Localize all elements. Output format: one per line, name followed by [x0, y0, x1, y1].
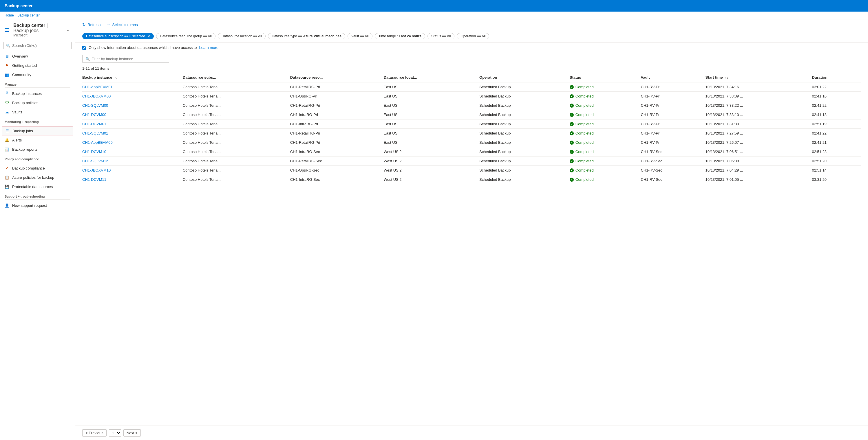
cell-status-4: Completed [570, 120, 641, 129]
previous-page-button[interactable]: < Previous [82, 429, 106, 437]
sidebar-item-azure-policies[interactable]: 📋 Azure policies for backup [0, 173, 75, 182]
table-row[interactable]: CH1-SQLVM01 Contoso Hotels Tena... CH1-R… [82, 129, 861, 138]
sidebar: Backup center | Backup jobs Microsoft « … [0, 20, 75, 440]
sidebar-item-backup-compliance[interactable]: ✔ Backup compliance [0, 164, 75, 173]
col-header-status[interactable]: Status [570, 73, 641, 82]
bell-icon: 🔔 [5, 138, 9, 142]
cell-start-time-2: 10/13/2021, 7:33:22 ... [706, 101, 812, 110]
cell-datasource-reso-3: CH1-InfraRG-Pri [290, 110, 384, 120]
filter-chip-operation[interactable]: Operation == All [457, 33, 489, 39]
search-box[interactable]: 🔍 [3, 42, 71, 49]
breadcrumb: Home › Backup center [0, 11, 868, 20]
cell-datasource-locat-8: West US 2 [384, 157, 479, 166]
cell-vault-4: CH1-RV-Pri [641, 120, 705, 129]
refresh-button[interactable]: ↻ Refresh [82, 22, 101, 27]
cell-backup-instance-1: CH1-JBOXVM00 [82, 92, 183, 101]
access-checkbox-row: Only show information about datasources … [75, 42, 868, 53]
sidebar-item-protectable-datasources[interactable]: 💾 Protectable datasources [0, 182, 75, 191]
cell-datasource-reso-9: CH1-OpsRG-Sec [290, 166, 384, 175]
cell-datasource-locat-10: West US 2 [384, 175, 479, 184]
table-header-row: Backup instance ↑↓ Datasource subs... Da… [82, 73, 861, 82]
cell-vault-9: CH1-RV-Sec [641, 166, 705, 175]
collapse-button[interactable]: « [66, 27, 70, 34]
table-row[interactable]: CH1-DCVM00 Contoso Hotels Tena... CH1-In… [82, 110, 861, 120]
cell-start-time-6: 10/13/2021, 7:26:07 ... [706, 138, 812, 147]
breadcrumb-home[interactable]: Home [5, 13, 14, 18]
cell-backup-instance-10: CH1-DCVM11 [82, 175, 183, 184]
table-row[interactable]: CH1-SQLVM00 Contoso Hotels Tena... CH1-R… [82, 101, 861, 110]
page-number-select[interactable]: 1 [109, 429, 121, 437]
sidebar-item-community[interactable]: 👥 Community [0, 70, 75, 79]
cell-start-time-4: 10/13/2021, 7:31:30 ... [706, 120, 812, 129]
sidebar-item-backup-jobs[interactable]: ☰ Backup jobs [2, 126, 73, 135]
col-header-vault[interactable]: Vault [641, 73, 705, 82]
table-row[interactable]: CH1-AppBEVM00 Contoso Hotels Tena... CH1… [82, 138, 861, 147]
table-row[interactable]: CH1-AppBEVM01 Contoso Hotels Tena... CH1… [82, 82, 861, 92]
cell-duration-2: 02:41:22 [812, 101, 861, 110]
cell-datasource-subs-7: Contoso Hotels Tena... [183, 147, 290, 157]
filter-chip-location[interactable]: Datasource location == All [218, 33, 266, 39]
col-header-datasource-subs[interactable]: Datasource subs... [183, 73, 290, 82]
cell-datasource-subs-8: Contoso Hotels Tena... [183, 157, 290, 166]
sidebar-item-label-backup-compliance: Backup compliance [12, 166, 45, 170]
access-checkbox[interactable] [82, 46, 86, 50]
sidebar-item-overview[interactable]: ⊞ Overview [0, 52, 75, 61]
search-input[interactable] [12, 43, 69, 48]
backup-jobs-table: Backup instance ↑↓ Datasource subs... Da… [82, 73, 861, 184]
filter-chip-time-range[interactable]: Time range : Last 24 hours [375, 33, 425, 39]
filter-chip-datasource-type[interactable]: Datasource type == Azure Virtual machine… [268, 33, 345, 39]
cell-operation-4: Scheduled Backup [479, 120, 570, 129]
access-checkbox-label: Only show information about datasources … [89, 45, 197, 50]
sidebar-item-getting-started[interactable]: ⚑ Getting started [0, 61, 75, 70]
filters-row: Datasource subscription == 3 selected ✕ … [75, 30, 868, 42]
col-header-start-time[interactable]: Start time ↑↓ [706, 73, 812, 82]
manage-section-label: Manage [0, 79, 75, 88]
learn-more-link[interactable]: Learn more. [199, 45, 220, 50]
cell-datasource-subs-10: Contoso Hotels Tena... [183, 175, 290, 184]
status-completed-icon [570, 113, 574, 117]
table-row[interactable]: CH1-JBOXVM10 Contoso Hotels Tena... CH1-… [82, 166, 861, 175]
status-completed-icon [570, 150, 574, 154]
table-row[interactable]: CH1-SQLVM12 Contoso Hotels Tena... CH1-R… [82, 157, 861, 166]
next-page-button[interactable]: Next > [123, 429, 141, 437]
filter-chip-status[interactable]: Status == All [428, 33, 455, 39]
status-completed-icon [570, 85, 574, 89]
hamburger-icon[interactable] [5, 28, 9, 32]
filter-input-box[interactable]: 🔍 [82, 55, 169, 63]
cell-datasource-locat-9: West US 2 [384, 166, 479, 175]
cell-backup-instance-0: CH1-AppBEVM01 [82, 82, 183, 92]
chip-remove-icon[interactable]: ✕ [147, 34, 150, 38]
table-row[interactable]: CH1-DCVM11 Contoso Hotels Tena... CH1-In… [82, 175, 861, 184]
cell-duration-1: 02:41:16 [812, 92, 861, 101]
cell-datasource-locat-6: East US [384, 138, 479, 147]
sidebar-item-alerts[interactable]: 🔔 Alerts [0, 135, 75, 145]
filter-chip-subscription[interactable]: Datasource subscription == 3 selected ✕ [82, 33, 154, 39]
cell-duration-7: 02:51:23 [812, 147, 861, 157]
table-row[interactable]: CH1-JBOXVM00 Contoso Hotels Tena... CH1-… [82, 92, 861, 101]
col-header-datasource-reso[interactable]: Datasource reso... [290, 73, 384, 82]
table-row[interactable]: CH1-DCVM01 Contoso Hotels Tena... CH1-In… [82, 120, 861, 129]
policy-icon: 📋 [5, 175, 9, 180]
sidebar-item-vaults[interactable]: ☁ Vaults [0, 107, 75, 116]
filter-by-backup-instance-input[interactable] [92, 57, 166, 61]
col-header-backup-instance[interactable]: Backup instance ↑↓ [82, 73, 183, 82]
select-columns-button[interactable]: → Select columns [106, 22, 138, 27]
sidebar-item-new-support[interactable]: 👤 New support request [0, 201, 75, 210]
filter-chip-resource-group[interactable]: Datasource resource group == All [156, 33, 215, 39]
sidebar-item-backup-reports[interactable]: 📊 Backup reports [0, 145, 75, 154]
sidebar-item-backup-policies[interactable]: 🛡 Backup policies [0, 98, 75, 107]
col-header-operation[interactable]: Operation [479, 73, 570, 82]
col-header-datasource-locat[interactable]: Datasource locat... [384, 73, 479, 82]
col-header-duration[interactable]: Duration [812, 73, 861, 82]
status-completed-icon [570, 131, 574, 135]
cell-datasource-reso-1: CH1-OpsRG-Pri [290, 92, 384, 101]
sidebar-item-label-vaults: Vaults [12, 110, 22, 114]
sidebar-item-backup-instances[interactable]: 🗄 Backup instances [0, 89, 75, 98]
filter-chip-vault[interactable]: Vault == All [347, 33, 372, 39]
table-row[interactable]: CH1-DCVM10 Contoso Hotels Tena... CH1-In… [82, 147, 861, 157]
breadcrumb-current[interactable]: Backup center [18, 13, 40, 18]
cell-duration-5: 02:41:22 [812, 129, 861, 138]
cell-datasource-reso-2: CH1-RetailRG-Pri [290, 101, 384, 110]
sidebar-item-label-backup-instances: Backup instances [12, 92, 42, 96]
sidebar-item-label-backup-reports: Backup reports [12, 147, 37, 151]
